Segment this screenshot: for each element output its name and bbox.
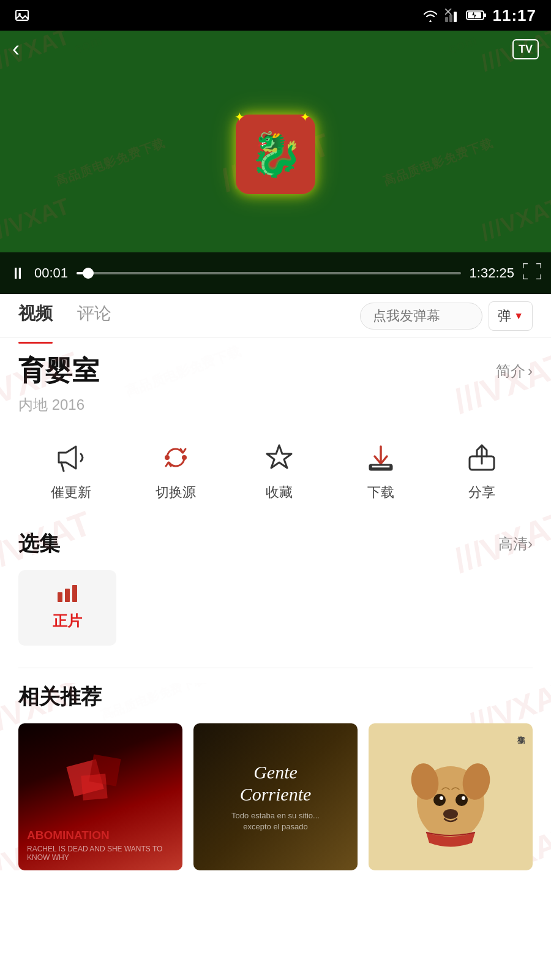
switch-icon (157, 439, 194, 476)
progress-bar[interactable] (77, 272, 461, 274)
abomination-title: ABOMINATION (27, 829, 174, 842)
sparkle-tl: ✦ (234, 110, 245, 124)
download-button[interactable]: 下载 (362, 439, 399, 502)
status-bar: 11:17 (0, 0, 551, 31)
svg-rect-21 (81, 774, 107, 800)
episodes-title: 选集 (18, 530, 60, 558)
tab-video[interactable]: 视频 (18, 302, 53, 330)
share-icon (463, 439, 500, 476)
abomination-subtitle: RACHEL IS DEAD AND SHE WANTS TO KNOW WHY (27, 845, 174, 862)
status-bar-left (15, 8, 29, 23)
recommendations-section: ///VXAT ///VXAT 高品质电影免费下载 ///VXAT ///VXA… (0, 683, 551, 870)
urge-update-button[interactable]: 催更新 (51, 439, 91, 502)
signal-icon (445, 9, 460, 22)
progress-thumb[interactable] (83, 268, 94, 279)
danmu-area: 弹 ▼ (360, 301, 533, 331)
rec-card-gente[interactable]: GenteCorriente Todo estaba en su sitio..… (193, 723, 358, 870)
status-bar-right: 11:17 (422, 6, 537, 25)
wifi-icon (422, 9, 439, 22)
quality-link[interactable]: 高清 › (498, 534, 533, 554)
danmu-button[interactable]: 弹 ▼ (489, 301, 533, 331)
svg-rect-4 (454, 12, 457, 22)
image-icon (15, 8, 29, 23)
movie-title-row: 育婴室 简介 › (18, 353, 533, 389)
share-label: 分享 (468, 483, 495, 502)
tab-comments[interactable]: 评论 (77, 302, 111, 330)
svg-point-27 (440, 796, 443, 800)
movie-meta: 内地 2016 (18, 395, 533, 415)
intro-link[interactable]: 简介 › (496, 361, 533, 381)
svg-rect-0 (16, 10, 28, 20)
total-time: 1:32:25 (470, 265, 514, 281)
gente-title: GenteCorriente (240, 761, 312, 805)
svg-rect-13 (370, 465, 392, 470)
danmu-input[interactable] (360, 303, 482, 330)
content-area: ///VXAT ///VXAT 高品质电影免费下载 ///VXAT ///VXA… (0, 338, 551, 668)
gente-subtitle: Todo estaba en su sitio...excepto el pas… (231, 810, 320, 832)
back-button[interactable]: ‹ (12, 36, 20, 62)
megaphone-icon (53, 439, 89, 476)
share-button[interactable]: 分享 (463, 439, 500, 502)
movie-year: 2016 (52, 396, 84, 413)
bar-chart-icon (58, 585, 77, 606)
svg-point-29 (443, 809, 458, 819)
app-logo: ✦ ✦ 🐉 (236, 115, 315, 194)
play-pause-button[interactable]: ⏸ (10, 264, 26, 283)
svg-rect-18 (72, 585, 77, 602)
episodes-list: 正片 (18, 570, 533, 646)
video-player[interactable]: ///VXAT ///VXAT com com ///VXAT ///VXAT … (0, 31, 551, 294)
divider (18, 668, 533, 668)
svg-line-10 (61, 462, 64, 471)
svg-point-25 (433, 794, 446, 806)
download-icon (362, 439, 399, 476)
video-controls[interactable]: ⏸ 00:01 1:32:25 (0, 252, 551, 294)
favorite-button[interactable]: 收藏 (261, 439, 298, 502)
battery-icon (466, 10, 487, 21)
rec-card-dog[interactable]: 多幸福な (369, 723, 533, 870)
star-icon (261, 439, 298, 476)
abomination-graphic (64, 750, 137, 812)
sparkle-tr: ✦ (300, 110, 310, 124)
rec-card-abomination[interactable]: ABOMINATION RACHEL IS DEAD AND SHE WANTS… (18, 723, 182, 870)
svg-rect-2 (445, 17, 448, 22)
svg-rect-16 (58, 592, 62, 602)
svg-point-12 (182, 455, 187, 460)
svg-rect-8 (484, 13, 486, 17)
svg-point-11 (165, 455, 170, 460)
video-header: ‹ TV (0, 31, 551, 67)
switch-source-button[interactable]: 切换源 (156, 439, 196, 502)
dog-illustration (402, 736, 500, 858)
tabs-bar: 视频 评论 弹 ▼ (0, 294, 551, 338)
fullscreen-button[interactable] (523, 263, 541, 284)
episodes-section-header: 选集 高清 › (18, 530, 533, 558)
svg-rect-17 (65, 589, 70, 602)
status-time: 11:17 (493, 6, 537, 25)
svg-rect-3 (449, 15, 452, 22)
movie-title: 育婴室 (18, 353, 99, 389)
logo-dragon-icon: 🐉 (249, 129, 302, 179)
favorite-label: 收藏 (266, 483, 293, 502)
episode-main[interactable]: 正片 (18, 570, 116, 646)
svg-point-28 (462, 796, 465, 800)
movie-country: 内地 (18, 396, 48, 413)
danmu-arrow-icon: ▼ (514, 311, 523, 322)
download-label: 下载 (367, 483, 394, 502)
recommendations-title: 相关推荐 (18, 683, 533, 711)
switch-source-label: 切换源 (156, 483, 196, 502)
urge-update-label: 催更新 (51, 483, 91, 502)
episode-label: 正片 (53, 611, 82, 631)
svg-point-26 (455, 794, 468, 806)
recommendations-grid: ABOMINATION RACHEL IS DEAD AND SHE WANTS… (18, 723, 533, 870)
current-time: 00:01 (34, 265, 68, 281)
tv-button[interactable]: TV (512, 39, 539, 59)
dog-text: 多幸福な (515, 729, 527, 739)
action-buttons: 催更新 切换源 收藏 (18, 433, 533, 508)
